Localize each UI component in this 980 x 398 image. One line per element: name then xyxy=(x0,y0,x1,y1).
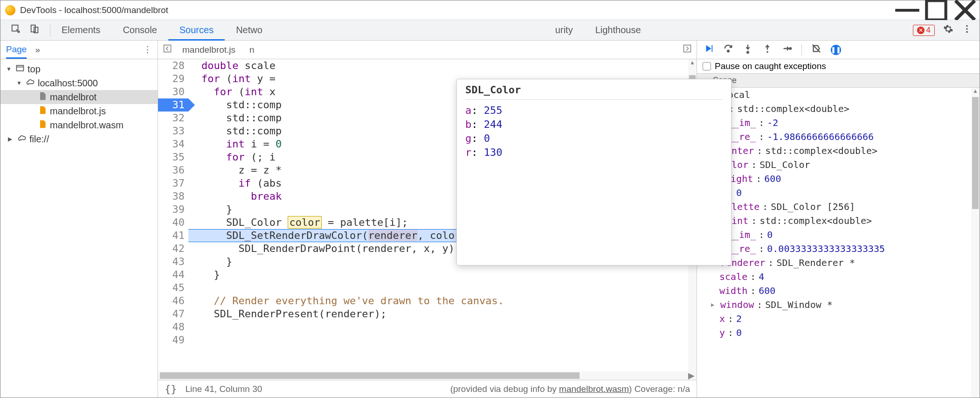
tab-console[interactable]: Console xyxy=(111,20,168,40)
hover-tooltip: SDL_Color a: 255 b: 244 g: 0 r: 130 xyxy=(456,79,732,265)
device-toggle-icon[interactable] xyxy=(29,24,40,36)
devtools-window: DevTools - localhost:5000/mandelbrot Ele… xyxy=(0,0,980,398)
editor-tab-mandelbrot-js[interactable]: mandelbrot.js xyxy=(179,45,239,55)
tree-host[interactable]: ▼ localhost:5000 xyxy=(0,76,158,90)
tree-file-mandelbrot[interactable]: mandelbrot xyxy=(0,90,158,104)
script-icon xyxy=(38,119,47,131)
step-into-icon[interactable] xyxy=(743,43,753,56)
scope-var-scale[interactable]: scale: 4 xyxy=(697,270,971,284)
settings-icon[interactable] xyxy=(943,24,953,36)
titlebar: DevTools - localhost:5000/mandelbrot xyxy=(0,0,980,20)
navigator-more-tabs[interactable]: » xyxy=(35,45,40,55)
editor-horizontal-scrollbar[interactable]: ▶ xyxy=(158,371,697,380)
svg-rect-1 xyxy=(926,0,945,20)
coverage-status: Coverage: n/a xyxy=(632,384,690,394)
editor-tab-partial[interactable]: n xyxy=(246,45,258,55)
svg-rect-5 xyxy=(31,25,35,32)
close-button[interactable] xyxy=(951,0,980,20)
svg-rect-10 xyxy=(17,65,24,71)
svg-point-17 xyxy=(766,51,768,53)
minimize-button[interactable] xyxy=(893,0,922,20)
main-tabstrip: Elements Console Sources Netwo urity Lig… xyxy=(0,20,980,41)
tab-sources[interactable]: Sources xyxy=(168,21,225,41)
hover-token-color[interactable]: color xyxy=(288,216,321,229)
scope-var-c[interactable]: ▼c: std::complex<double> xyxy=(697,102,971,116)
step-over-icon[interactable] xyxy=(723,43,733,56)
scope-var-width[interactable]: width: 600 xyxy=(697,284,971,298)
pretty-print-icon[interactable]: {} xyxy=(165,383,177,395)
svg-point-15 xyxy=(727,50,729,52)
tab-lighthouse[interactable]: Lighthouse xyxy=(584,20,652,40)
step-out-icon[interactable] xyxy=(762,43,773,56)
scope-var-c-re[interactable]: __re_: -1.9866666666666666 xyxy=(697,130,971,144)
script-icon xyxy=(38,105,47,117)
navigator-panel: Page » ⋮ ▼ top ▼ localhost:5000 mandelbr… xyxy=(0,41,158,398)
source-map-link[interactable]: mandelbrot.wasm xyxy=(559,384,629,394)
scope-var-center[interactable]: ▶center: std::complex<double> xyxy=(697,144,971,158)
tab-network[interactable]: Netwo xyxy=(225,20,274,40)
pause-caught-checkbox[interactable] xyxy=(703,62,711,70)
scope-var-height[interactable]: height: 600 xyxy=(697,172,971,186)
resume-icon[interactable] xyxy=(704,43,714,56)
cloud-icon xyxy=(26,77,35,89)
devtools-icon xyxy=(5,5,15,15)
deactivate-breakpoints-icon[interactable] xyxy=(811,43,821,56)
navigator-menu-icon[interactable]: ⋮ xyxy=(143,44,152,55)
pause-caught-label: Pause on caught exceptions xyxy=(715,61,826,71)
tree-file-scheme[interactable]: ▶ file:// xyxy=(0,132,158,146)
scope-var-color[interactable]: ▶color: SDL_Color xyxy=(697,158,971,172)
pause-badge-icon[interactable]: ❚❚ xyxy=(831,45,841,55)
svg-point-18 xyxy=(790,48,792,49)
more-icon[interactable] xyxy=(962,24,972,36)
scope-section-header[interactable]: ▼ Scope xyxy=(697,73,980,88)
tab-elements[interactable]: Elements xyxy=(50,20,111,40)
scope-var-x[interactable]: x: 2 xyxy=(697,312,971,326)
scope-var-renderer[interactable]: ▶renderer: SDL_Renderer * xyxy=(697,256,971,270)
scope-var-palette[interactable]: ▶palette: SDL_Color [256] xyxy=(697,200,971,214)
scope-tree: ▼LLocal ▼c: std::complex<double> __im_: … xyxy=(697,88,971,398)
error-badge[interactable]: ✕4 xyxy=(913,25,935,36)
inspect-icon[interactable] xyxy=(11,24,21,36)
nav-forward-icon[interactable] xyxy=(683,44,692,56)
error-count: 4 xyxy=(926,26,931,35)
scope-var-c-im[interactable]: __im_: -2 xyxy=(697,116,971,130)
window-icon xyxy=(15,63,25,75)
scope-var-point[interactable]: ▼point: std::complex<double> xyxy=(697,214,971,228)
step-icon[interactable] xyxy=(782,43,792,56)
debugger-toolbar: ❚❚ xyxy=(697,41,980,59)
tooltip-title: SDL_Color xyxy=(465,84,723,100)
svg-point-7 xyxy=(966,25,968,27)
navigator-tab-page[interactable]: Page xyxy=(6,44,27,59)
document-icon xyxy=(38,91,47,103)
tree-file-mandelbrot-js[interactable]: mandelbrot.js xyxy=(0,104,158,118)
gutter[interactable]: 28 29 30 31 32 33 34 35 36 37 38 39 40 4… xyxy=(158,59,188,371)
svg-point-8 xyxy=(966,28,968,30)
tree-top[interactable]: ▼ top xyxy=(0,62,158,76)
svg-point-16 xyxy=(747,51,749,53)
svg-rect-13 xyxy=(684,45,691,52)
svg-point-9 xyxy=(966,31,968,33)
editor-statusbar: {} Line 41, Column 30 (provided via debu… xyxy=(158,380,697,398)
editor-panel: mandelbrot.js n 28 29 30 31 32 33 34 35 … xyxy=(158,41,697,398)
tree-file-mandelbrot-wasm[interactable]: mandelbrot.wasm xyxy=(0,118,158,132)
scope-vertical-scrollbar[interactable]: ▲ xyxy=(971,88,980,398)
scope-var-y[interactable]: y: 0 xyxy=(697,326,971,340)
scope-var-window[interactable]: ▶window: SDL_Window * xyxy=(697,298,971,312)
cursor-position: Line 41, Column 30 xyxy=(186,384,262,394)
file-tree: ▼ top ▼ localhost:5000 mandelbrot mandel… xyxy=(0,59,158,149)
svg-rect-12 xyxy=(164,45,171,52)
scope-var-point-re[interactable]: __re_: 0.0033333333333333335 xyxy=(697,242,971,256)
scope-var-point-im[interactable]: __im_: 0 xyxy=(697,228,971,242)
debugger-panel: ❚❚ Pause on caught exceptions ▼ Scope ▼L… xyxy=(697,41,980,398)
tab-security[interactable]: urity xyxy=(544,20,584,40)
window-title: DevTools - localhost:5000/mandelbrot xyxy=(20,5,893,15)
scope-local[interactable]: ▼LLocal xyxy=(697,88,971,102)
breakpoint-marker[interactable]: 31 xyxy=(158,98,188,112)
maximize-button[interactable] xyxy=(922,0,951,20)
nav-back-icon[interactable] xyxy=(163,44,172,56)
svg-rect-14 xyxy=(711,45,712,52)
cloud-icon xyxy=(17,133,27,145)
scope-var-i[interactable]: i: 0 xyxy=(697,186,971,200)
